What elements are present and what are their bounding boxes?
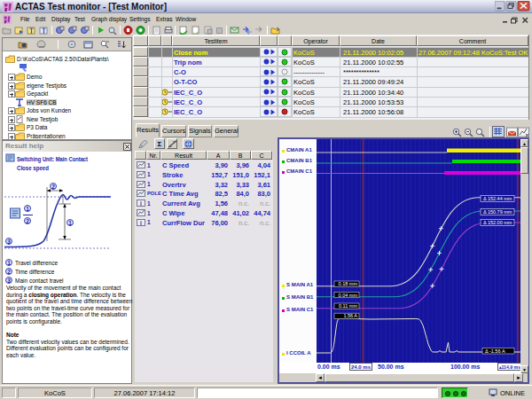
svg-text:Close speed: Close speed <box>17 165 49 172</box>
svg-text:Switching Unit: Main Contact: Switching Unit: Main Contact <box>17 156 89 163</box>
svg-text:0.18 mm: 0.18 mm <box>339 281 358 286</box>
svg-text:Δ 150.79 mm: Δ 150.79 mm <box>483 209 512 215</box>
svg-text:1.56 A: 1.56 A <box>343 313 357 318</box>
svg-text:0.11 mm: 0.11 mm <box>339 303 357 309</box>
svg-text:Δ 152.44 mm: Δ 152.44 mm <box>483 196 512 201</box>
svg-text:0.04 mm: 0.04 mm <box>339 293 358 298</box>
svg-text:Δ -1.56 A: Δ -1.56 A <box>485 348 505 354</box>
svg-text:i: i <box>140 200 142 207</box>
svg-text:Δ 152.00 mm: Δ 152.00 mm <box>483 220 512 225</box>
svg-text:i: i <box>140 219 142 225</box>
